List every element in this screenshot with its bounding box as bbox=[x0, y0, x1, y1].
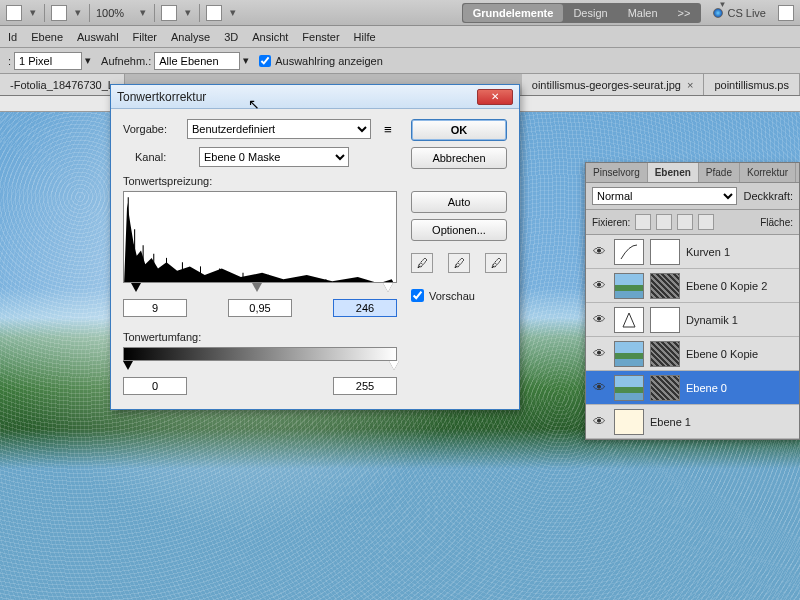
document-tab-1[interactable]: -Fotolia_18476730_L bbox=[0, 74, 125, 95]
layer-mask-thumb bbox=[650, 239, 680, 265]
layer-name: Kurven 1 bbox=[686, 246, 730, 258]
layer-thumb-vibrance bbox=[614, 307, 644, 333]
input-black-field[interactable] bbox=[123, 299, 187, 317]
visibility-icon[interactable]: 👁 bbox=[590, 414, 608, 429]
arrange-chevron-icon[interactable]: ▾ bbox=[183, 6, 193, 19]
workspace-design[interactable]: Design bbox=[563, 4, 617, 22]
white-point-slider[interactable] bbox=[383, 283, 393, 292]
layer-name: Ebene 0 Kopie bbox=[686, 348, 758, 360]
layer-mask-thumb bbox=[650, 341, 680, 367]
ok-button[interactable]: OK bbox=[411, 119, 507, 141]
options-button[interactable]: Optionen... bbox=[411, 219, 507, 241]
layer-name: Ebene 1 bbox=[650, 416, 691, 428]
output-white-slider[interactable] bbox=[389, 361, 399, 370]
show-ring-checkbox[interactable] bbox=[259, 55, 271, 67]
launch-bridge-chevron-icon[interactable]: ▾ bbox=[73, 6, 83, 19]
menu-ansicht[interactable]: Ansicht bbox=[252, 31, 288, 43]
visibility-icon[interactable]: 👁 bbox=[590, 244, 608, 259]
close-icon[interactable]: × bbox=[687, 79, 693, 91]
output-sliders[interactable] bbox=[123, 361, 397, 375]
black-point-slider[interactable] bbox=[131, 283, 141, 292]
channel-dropdown[interactable]: Ebene 0 Maske bbox=[199, 147, 349, 167]
output-white-field[interactable] bbox=[333, 377, 397, 395]
preset-dropdown[interactable]: Benutzerdefiniert bbox=[187, 119, 371, 139]
visibility-icon[interactable]: 👁 bbox=[590, 380, 608, 395]
input-sliders[interactable] bbox=[123, 283, 397, 297]
sample-chevron-icon[interactable]: ▾ bbox=[243, 54, 249, 67]
input-white-field[interactable] bbox=[333, 299, 397, 317]
tab-paths[interactable]: Pfade bbox=[699, 163, 740, 182]
menu-id[interactable]: Id bbox=[8, 31, 17, 43]
gray-eyedropper-icon[interactable]: 🖊 bbox=[448, 253, 470, 273]
launch-bridge-icon[interactable] bbox=[51, 5, 67, 21]
layer-row[interactable]: 👁 Ebene 1 bbox=[586, 405, 799, 439]
lock-pixels-icon[interactable] bbox=[656, 214, 672, 230]
output-black-slider[interactable] bbox=[123, 361, 133, 370]
zoom-level[interactable]: 100% bbox=[96, 7, 132, 19]
tab-clone[interactable]: Kopi bbox=[796, 163, 800, 182]
menu-hilfe[interactable]: Hilfe bbox=[354, 31, 376, 43]
visibility-icon[interactable]: 👁 bbox=[590, 346, 608, 361]
input-levels-label: Tonwertspreizung: bbox=[123, 175, 397, 187]
input-gamma-field[interactable] bbox=[228, 299, 292, 317]
document-tab-2-label: ointillismus-georges-seurat.jpg bbox=[532, 79, 681, 91]
visibility-icon[interactable]: 👁 bbox=[590, 278, 608, 293]
midtone-slider[interactable] bbox=[252, 283, 262, 292]
screen-mode-chevron-icon[interactable]: ▾ bbox=[228, 6, 238, 19]
sample-label: Aufnehm.: bbox=[101, 55, 151, 67]
layer-thumb-solid bbox=[614, 409, 644, 435]
lock-transparency-icon[interactable] bbox=[635, 214, 651, 230]
workspace-grundelemente[interactable]: Grundelemente bbox=[463, 4, 564, 22]
menu-fenster[interactable]: Fenster bbox=[302, 31, 339, 43]
tab-brush-presets[interactable]: Pinselvorg bbox=[586, 163, 648, 182]
document-tab-3[interactable]: pointillismus.ps bbox=[704, 74, 800, 95]
layer-mask-thumb bbox=[650, 307, 680, 333]
menu-ebene[interactable]: Ebene bbox=[31, 31, 63, 43]
sample-dropdown[interactable] bbox=[154, 52, 240, 70]
layer-row[interactable]: 👁 Dynamik 1 bbox=[586, 303, 799, 337]
menu-bar: Id Ebene Auswahl Filter Analyse 3D Ansic… bbox=[0, 26, 800, 48]
layer-row[interactable]: 👁 Ebene 0 Kopie bbox=[586, 337, 799, 371]
document-tab-2[interactable]: ointillismus-georges-seurat.jpg × bbox=[522, 74, 705, 95]
cs-live-label: CS Live bbox=[727, 7, 766, 19]
layer-row[interactable]: 👁 Kurven 1 bbox=[586, 235, 799, 269]
output-black-field[interactable] bbox=[123, 377, 187, 395]
screen-mode-icon[interactable] bbox=[206, 5, 222, 21]
arrange-documents-icon[interactable] bbox=[161, 5, 177, 21]
workspace-switcher[interactable]: Grundelemente Design Malen >> bbox=[462, 3, 702, 23]
levels-dialog: Tonwertkorrektur ✕ Vorgabe: Benutzerdefi… bbox=[110, 84, 520, 410]
tab-layers[interactable]: Ebenen bbox=[648, 163, 699, 182]
layer-row[interactable]: 👁 Ebene 0 Kopie 2 bbox=[586, 269, 799, 303]
blend-mode-dropdown[interactable]: Normal bbox=[592, 187, 737, 205]
menu-analyse[interactable]: Analyse bbox=[171, 31, 210, 43]
tolerance-chevron-icon[interactable]: ▾ bbox=[85, 54, 91, 67]
menu-filter[interactable]: Filter bbox=[133, 31, 157, 43]
visibility-icon[interactable]: 👁 bbox=[590, 312, 608, 327]
black-eyedropper-icon[interactable]: 🖊 bbox=[411, 253, 433, 273]
close-button[interactable]: ✕ bbox=[477, 89, 513, 105]
preset-menu-icon[interactable]: ≡ bbox=[379, 120, 397, 138]
cs-live-button[interactable]: CS Live ▼ bbox=[707, 7, 772, 19]
workspace-more[interactable]: >> bbox=[668, 4, 701, 22]
zoom-chevron-icon[interactable]: ▾ bbox=[138, 6, 148, 19]
workspace-malen[interactable]: Malen bbox=[618, 4, 668, 22]
menu-3d[interactable]: 3D bbox=[224, 31, 238, 43]
document-tab-1-label: -Fotolia_18476730_L bbox=[10, 79, 114, 91]
app-menu-chevron-icon[interactable]: ▾ bbox=[28, 6, 38, 19]
lock-position-icon[interactable] bbox=[677, 214, 693, 230]
menu-auswahl[interactable]: Auswahl bbox=[77, 31, 119, 43]
lock-all-icon[interactable] bbox=[698, 214, 714, 230]
preview-checkbox[interactable] bbox=[411, 289, 424, 302]
tab-adjustments[interactable]: Korrektur bbox=[740, 163, 796, 182]
layer-mask-thumb bbox=[650, 273, 680, 299]
collapse-panels-icon[interactable] bbox=[778, 5, 794, 21]
dialog-titlebar[interactable]: Tonwertkorrektur ✕ bbox=[111, 85, 519, 109]
output-gradient bbox=[123, 347, 397, 361]
cancel-button[interactable]: Abbrechen bbox=[411, 147, 507, 169]
layer-row[interactable]: 👁 Ebene 0 bbox=[586, 371, 799, 405]
layer-thumb-image bbox=[614, 273, 644, 299]
tolerance-input[interactable] bbox=[14, 52, 82, 70]
lock-label: Fixieren: bbox=[592, 217, 630, 228]
white-eyedropper-icon[interactable]: 🖊 bbox=[485, 253, 507, 273]
auto-button[interactable]: Auto bbox=[411, 191, 507, 213]
